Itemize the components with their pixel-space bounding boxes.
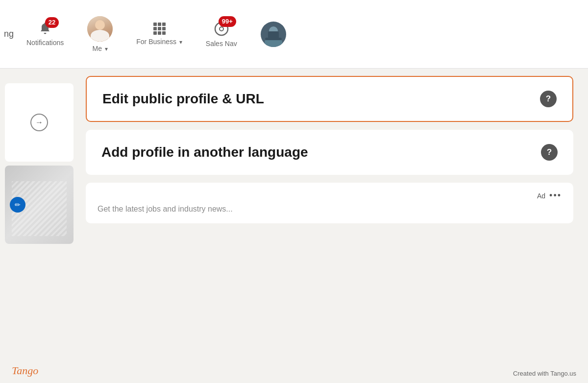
me-label: Me ▾ [93, 45, 108, 52]
user-avatar-wrap [261, 22, 286, 47]
add-language-row: Add profile in another language ? [101, 144, 558, 161]
hat-top [268, 31, 279, 38]
sales-nav-badge: 99+ [219, 16, 236, 27]
ad-card: Ad ••• Get the latest jobs and industry … [86, 183, 573, 223]
me-chevron-icon: ▾ [105, 46, 108, 52]
add-language-card[interactable]: Add profile in another language ? [86, 130, 573, 175]
grid-dot-7 [153, 31, 157, 35]
edit-profile-row: Edit public profile & URL ? [102, 91, 557, 107]
grid-dot-9 [162, 31, 166, 35]
sales-nav-icon-wrap: 99+ [214, 21, 229, 37]
edit-profile-title: Edit public profile & URL [102, 91, 264, 107]
right-cards-area: Edit public profile & URL ? Add profile … [86, 76, 573, 223]
for-business-text: For Business [136, 38, 176, 46]
me-text: Me [93, 45, 102, 52]
me-nav-item[interactable]: Me ▾ [75, 0, 124, 68]
created-with: Created with Tango.us [513, 370, 576, 377]
arrow-button[interactable]: → [30, 114, 48, 131]
edit-icon[interactable]: ✏ [10, 197, 25, 213]
for-business-nav-item[interactable]: For Business ▾ [124, 0, 194, 68]
grid-icon [153, 23, 166, 35]
for-business-icon-wrap [153, 23, 166, 35]
dots-menu-icon[interactable]: ••• [549, 191, 562, 201]
notifications-badge: 22 [45, 17, 59, 28]
svg-point-2 [220, 27, 223, 31]
edit-profile-card[interactable]: Edit public profile & URL ? [86, 76, 573, 122]
left-card-image: ✏ [5, 166, 74, 244]
ad-text-partial: Get the latest jobs and industry news... [98, 205, 562, 214]
grid-dot-6 [162, 27, 166, 30]
left-panel: → ✏ [0, 69, 78, 383]
created-with-text: Created with Tango.us [513, 370, 576, 377]
left-card-arrow: → [5, 83, 74, 162]
edit-profile-help-icon[interactable]: ? [540, 91, 557, 107]
grid-dot-2 [158, 23, 161, 26]
add-language-help-icon[interactable]: ? [541, 144, 558, 161]
sales-nav-label: Sales Nav [206, 40, 237, 48]
grid-dot-5 [158, 27, 161, 30]
for-business-chevron-icon: ▾ [179, 39, 182, 46]
grid-dot-1 [153, 23, 157, 26]
notifications-label: Notifications [26, 39, 64, 47]
navbar: ng 22 Notifications Me [0, 0, 588, 69]
grid-dot-3 [162, 23, 166, 26]
grid-dot-4 [153, 27, 157, 30]
me-avatar-wrap [87, 16, 113, 42]
user-profile-nav-item[interactable] [249, 0, 298, 68]
ad-label: Ad [537, 192, 545, 200]
notifications-nav-item[interactable]: 22 Notifications [15, 0, 75, 68]
grid-dot-8 [158, 31, 161, 35]
user-avatar [261, 22, 286, 47]
me-avatar-image [87, 16, 113, 42]
hat-icon [265, 32, 282, 40]
tango-logo: Tango [12, 364, 38, 377]
sales-nav-item[interactable]: 99+ Sales Nav [194, 0, 249, 68]
me-avatar [87, 16, 113, 42]
add-language-title: Add profile in another language [101, 144, 308, 161]
tango-brand: Tango [12, 364, 38, 377]
notifications-icon-wrap: 22 [38, 22, 52, 36]
ad-header: Ad ••• [98, 191, 562, 201]
partial-nav-text: ng [0, 29, 10, 39]
nav-items: 22 Notifications Me ▾ [15, 0, 298, 68]
for-business-label: For Business ▾ [136, 38, 182, 46]
